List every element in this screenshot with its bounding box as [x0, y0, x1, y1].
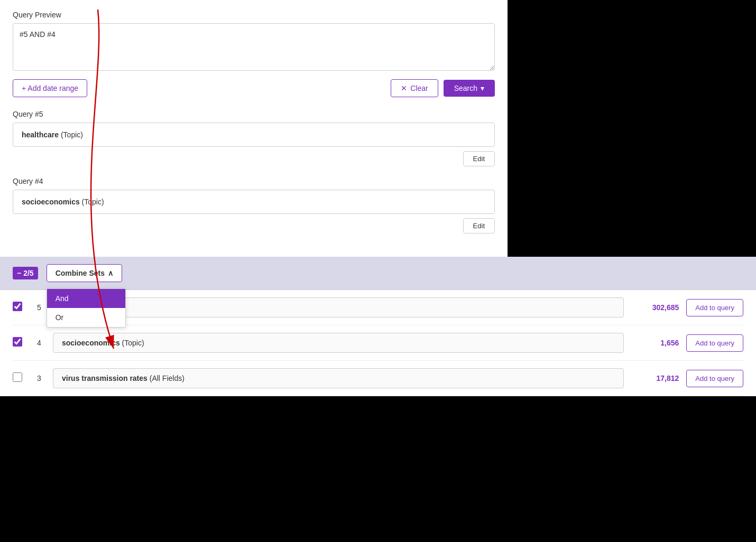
dropdown-or-item[interactable]: Or: [47, 308, 125, 327]
combine-sets-dropdown: And Or: [47, 288, 126, 328]
row3-checkbox[interactable]: [13, 372, 22, 382]
row5-count: 302,685: [631, 303, 679, 312]
row3-suffix: (All Fields): [150, 374, 185, 382]
clear-icon: ✕: [401, 84, 407, 92]
query5-term: healthcare: [22, 130, 59, 139]
combine-sets-label: Combine Sets: [56, 269, 105, 277]
clear-button[interactable]: ✕ Clear: [391, 79, 438, 97]
row4-checkbox[interactable]: [13, 337, 22, 347]
search-chevron-icon: ▾: [481, 84, 484, 92]
query5-edit-row: Edit: [13, 151, 495, 166]
row5-num: 5: [33, 303, 45, 312]
search-btn-group: ✕ Clear Search ▾: [391, 79, 495, 97]
search-button[interactable]: Search ▾: [444, 80, 495, 97]
dropdown-and-item[interactable]: And: [47, 289, 125, 308]
row3-pill: virus transmission rates (All Fields): [53, 368, 624, 388]
query-preview-textarea[interactable]: #5 AND #4: [13, 23, 495, 71]
checkbox-cell-3: [13, 372, 25, 384]
minus-icon: −: [17, 269, 21, 277]
counter-value: 2/5: [23, 269, 33, 277]
query5-edit-button[interactable]: Edit: [463, 151, 495, 166]
row5-add-to-query-button[interactable]: Add to query: [686, 299, 743, 316]
query4-edit-button[interactable]: Edit: [463, 218, 495, 233]
query5-box: healthcare (Topic): [13, 123, 495, 147]
query-preview-label: Query Preview: [13, 11, 495, 19]
top-panel: Query Preview #5 AND #4 + Add date range…: [0, 0, 508, 257]
query5-section: Query #5 healthcare (Topic) Edit: [13, 110, 495, 166]
query4-section: Query #4 socioeconomics (Topic) Edit: [13, 177, 495, 233]
row3-add-to-query-button[interactable]: Add to query: [686, 370, 743, 387]
search-label: Search: [454, 84, 477, 92]
row4-add-to-query-button[interactable]: Add to query: [686, 334, 743, 352]
row4-pill: socioeconomics (Topic): [53, 333, 624, 353]
bottom-toolbar: − 2/5 Combine Sets ∧ And Or: [0, 257, 756, 290]
row4-term: socioeconomics: [62, 339, 120, 347]
query4-label: Query #4: [13, 177, 495, 185]
row3-num: 3: [33, 374, 45, 382]
clear-label: Clear: [410, 84, 428, 92]
checkbox-cell-5: [13, 302, 25, 313]
toolbar-row: + Add date range ✕ Clear Search ▾: [13, 79, 495, 97]
row3-count: 17,812: [631, 374, 679, 382]
counter-badge: − 2/5: [13, 267, 38, 279]
result-row: 3 virus transmission rates (All Fields) …: [13, 361, 743, 396]
query4-edit-row: Edit: [13, 218, 495, 233]
row5-checkbox[interactable]: [13, 302, 22, 311]
combine-sets-container: Combine Sets ∧ And Or: [47, 264, 122, 282]
combine-sets-button[interactable]: Combine Sets ∧: [47, 264, 122, 282]
query5-label: Query #5: [13, 110, 495, 118]
row5-pill: he: [53, 297, 624, 317]
query4-term: socioeconomics: [22, 198, 80, 206]
query5-suffix: (Topic): [59, 130, 83, 139]
query4-suffix: (Topic): [80, 198, 104, 206]
result-row: 4 socioeconomics (Topic) 1,656 Add to qu…: [13, 325, 743, 361]
row4-num: 4: [33, 339, 45, 347]
chevron-up-icon: ∧: [108, 269, 113, 277]
row3-term: virus transmission rates: [62, 374, 147, 382]
row4-suffix: (Topic): [122, 339, 144, 347]
bottom-section: − 2/5 Combine Sets ∧ And Or 5 he 3: [0, 257, 756, 396]
add-date-range-button[interactable]: + Add date range: [13, 79, 87, 97]
checkbox-cell-4: [13, 337, 25, 349]
row4-count: 1,656: [631, 339, 679, 347]
query4-box: socioeconomics (Topic): [13, 190, 495, 214]
